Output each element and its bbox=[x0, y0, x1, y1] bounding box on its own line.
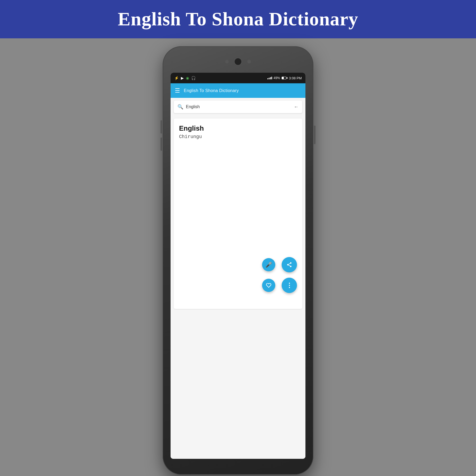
top-banner: English To Shona Dictionary bbox=[0, 0, 476, 38]
search-input[interactable]: English bbox=[186, 104, 291, 109]
battery-percent: 49% bbox=[274, 76, 280, 80]
result-card: English Chirungu 🎤 bbox=[174, 118, 302, 309]
microphone-fab-button[interactable]: 🎤 bbox=[262, 258, 275, 271]
phone-camera-area bbox=[225, 58, 251, 66]
banner-title: English To Shona Dictionary bbox=[118, 8, 358, 30]
volume-down-button bbox=[161, 138, 162, 151]
usb-icon: ⚡ bbox=[174, 76, 179, 80]
status-bar: ⚡ ▶ ◉ 🎧 49% bbox=[171, 73, 305, 83]
result-word: English bbox=[179, 124, 297, 132]
circle-icon: ◉ bbox=[186, 76, 189, 80]
background-area: ⚡ ▶ ◉ 🎧 49% bbox=[0, 38, 476, 476]
fab-row-bottom: ⋮ bbox=[262, 278, 297, 293]
search-bar[interactable]: 🔍 English ← bbox=[174, 100, 302, 113]
phone-camera bbox=[234, 58, 242, 66]
phone-dot-right bbox=[247, 60, 251, 63]
toolbar-title: English To Shona Dictionary bbox=[184, 88, 239, 93]
search-icon: 🔍 bbox=[177, 104, 183, 110]
power-button bbox=[314, 126, 315, 144]
phone-top-area bbox=[163, 46, 313, 73]
more-options-fab-button[interactable]: ⋮ bbox=[282, 278, 297, 293]
svg-point-2 bbox=[290, 266, 292, 267]
content-area: English Chirungu 🎤 bbox=[171, 116, 305, 459]
status-right-area: 49% 3:08 PM bbox=[267, 76, 302, 80]
phone-dot-left bbox=[225, 60, 229, 63]
share-fab-button[interactable] bbox=[282, 257, 297, 272]
app-toolbar: ☰ English To Shona Dictionary bbox=[171, 83, 305, 98]
svg-line-3 bbox=[289, 265, 290, 266]
status-left-icons: ⚡ ▶ ◉ 🎧 bbox=[174, 76, 196, 80]
result-translation: Chirungu bbox=[179, 134, 297, 139]
play-icon: ▶ bbox=[181, 76, 184, 80]
phone-mockup: ⚡ ▶ ◉ 🎧 49% bbox=[163, 46, 313, 475]
fab-button-container: 🎤 bbox=[262, 257, 297, 293]
svg-point-1 bbox=[287, 264, 289, 266]
hamburger-menu-icon[interactable]: ☰ bbox=[175, 88, 180, 94]
signal-icon bbox=[267, 77, 272, 79]
phone-screen: ⚡ ▶ ◉ 🎧 49% bbox=[171, 73, 305, 459]
status-time: 3:08 PM bbox=[289, 76, 302, 80]
fab-row-top: 🎤 bbox=[262, 257, 297, 272]
battery-icon bbox=[282, 77, 287, 79]
favorite-fab-button[interactable] bbox=[262, 279, 275, 292]
search-back-arrow-icon[interactable]: ← bbox=[294, 104, 299, 110]
headset-icon: 🎧 bbox=[191, 76, 196, 80]
svg-point-0 bbox=[290, 262, 292, 264]
volume-up-button bbox=[161, 120, 162, 134]
search-container: 🔍 English ← bbox=[171, 98, 305, 116]
svg-line-4 bbox=[289, 263, 290, 264]
